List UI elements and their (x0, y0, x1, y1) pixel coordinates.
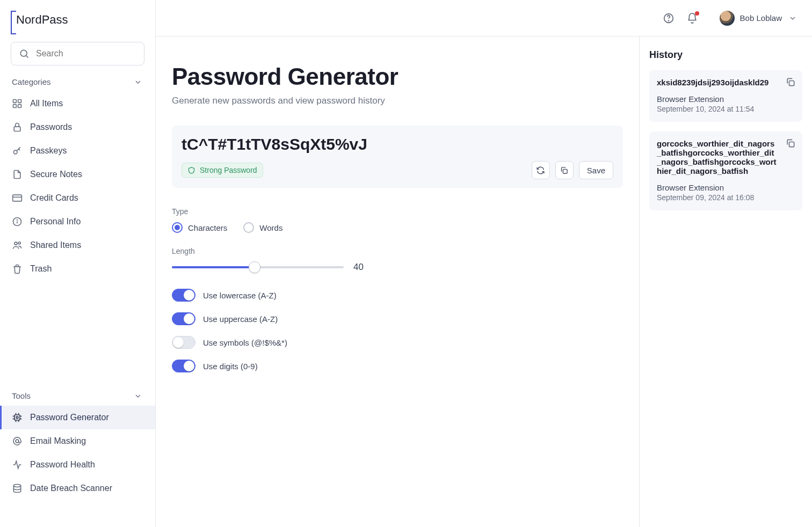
tools-header[interactable]: Tools (0, 391, 155, 400)
sidebar-item-label: Shared Items (30, 240, 81, 250)
sidebar-item-password-generator[interactable]: Password Generator (0, 406, 155, 429)
svg-rect-29 (563, 169, 568, 173)
length-label: Length (172, 247, 548, 255)
key-icon (12, 145, 23, 156)
sidebar-item-label: Credit Cards (30, 193, 78, 203)
svg-point-28 (668, 20, 669, 21)
svg-point-13 (15, 242, 17, 245)
copy-history-button[interactable] (785, 138, 796, 149)
history-panel: History xksid8239jdsij293oijdaskld29 Bro… (639, 36, 812, 527)
generated-password-card: tC^T#T1tTV8sSqXt5%vJ Strong Password (172, 126, 623, 188)
trash-icon (12, 264, 23, 274)
note-icon (12, 169, 23, 180)
sidebar-item-label: Personal Info (30, 217, 81, 226)
sidebar-item-trash[interactable]: Trash (0, 257, 155, 281)
copy-password-button[interactable] (555, 161, 574, 179)
radio-label: Characters (188, 223, 227, 232)
info-icon (12, 216, 23, 227)
app-name: NordPass (16, 13, 68, 27)
chevron-down-icon (133, 78, 143, 86)
history-item[interactable]: xksid8239jdsij293oijdaskld29 Browser Ext… (649, 70, 802, 122)
refresh-icon (536, 166, 545, 175)
page-title: Password Generator (172, 63, 623, 90)
sidebar-item-label: Passwords (30, 122, 72, 132)
history-item[interactable]: gorcocks_worthier_dit_nagors_batfishgorc… (649, 131, 802, 210)
sidebar-item-secure-notes[interactable]: Secure Notes (0, 163, 155, 186)
svg-rect-16 (16, 416, 18, 418)
svg-rect-5 (18, 105, 21, 108)
chip-icon (12, 412, 23, 423)
main-content: Password Generator Generate new password… (156, 36, 639, 527)
toggle-uppercase[interactable] (172, 312, 195, 325)
type-radio-words[interactable]: Words (243, 222, 282, 233)
sidebar-item-label: Email Masking (30, 436, 86, 446)
users-icon (12, 240, 23, 251)
sidebar-item-label: Password Health (30, 460, 95, 470)
svg-rect-2 (13, 100, 17, 103)
tools-header-label: Tools (12, 391, 31, 400)
copy-history-button[interactable] (785, 77, 796, 87)
app-logo[interactable]: NordPass (0, 0, 155, 42)
categories-header-label: Categories (12, 77, 51, 86)
shield-icon (187, 166, 195, 174)
password-strength-badge: Strong Password (182, 163, 263, 178)
svg-point-26 (13, 485, 20, 487)
toggle-lowercase[interactable] (172, 289, 195, 302)
lock-icon (12, 122, 23, 133)
sidebar-item-label: Passkeys (30, 146, 67, 156)
svg-point-0 (20, 50, 27, 56)
length-value: 40 (353, 262, 364, 273)
activity-icon (12, 459, 23, 470)
tools-nav: Password Generator Email Masking Passwor… (0, 400, 155, 506)
user-name: Bob Loblaw (740, 13, 782, 23)
sidebar-item-shared-items[interactable]: Shared Items (0, 233, 155, 257)
toggle-digits[interactable] (172, 360, 195, 372)
chevron-down-icon (787, 14, 798, 23)
type-label: Type (172, 207, 548, 216)
svg-point-12 (17, 219, 18, 220)
toggle-uppercase-label: Use uppercase (A-Z) (203, 314, 278, 324)
copy-icon (560, 166, 569, 175)
save-button[interactable]: Save (579, 161, 613, 179)
slider-thumb[interactable] (249, 261, 260, 273)
sidebar-item-date-breach-scanner[interactable]: Date Breach Scanner (0, 477, 155, 500)
length-slider[interactable] (172, 266, 344, 268)
sidebar-item-label: Date Breach Scanner (30, 484, 112, 493)
notifications-button[interactable] (686, 12, 698, 24)
categories-header[interactable]: Categories (0, 77, 155, 86)
sidebar-item-email-masking[interactable]: Email Masking (0, 429, 155, 453)
database-icon (12, 483, 23, 494)
grid-icon (12, 98, 23, 109)
sidebar-item-password-health[interactable]: Password Health (0, 453, 155, 477)
sidebar-item-passwords[interactable]: Passwords (0, 115, 155, 139)
sidebar-item-passkeys[interactable]: Passkeys (0, 139, 155, 163)
sidebar-item-all-items[interactable]: All Items (0, 92, 155, 115)
history-source: Browser Extension (657, 183, 795, 192)
sidebar-item-personal-info[interactable]: Personal Info (0, 210, 155, 233)
topbar: Bob Loblaw (156, 0, 812, 36)
search-input-wrap[interactable] (11, 42, 144, 65)
search-icon (19, 48, 30, 59)
type-radio-characters[interactable]: Characters (172, 222, 227, 233)
history-source: Browser Extension (657, 94, 795, 104)
svg-rect-30 (789, 81, 794, 86)
categories-nav: All Items Passwords Passkeys Secure Note… (0, 86, 155, 286)
chevron-down-icon (133, 392, 143, 400)
radio-label: Words (259, 223, 282, 232)
sidebar-item-label: All Items (30, 99, 63, 108)
toggle-lowercase-label: Use lowercase (A-Z) (203, 291, 277, 300)
type-radio-group: Characters Words (172, 222, 548, 233)
copy-icon (785, 138, 796, 149)
help-button[interactable] (663, 12, 675, 24)
regenerate-button[interactable] (532, 161, 550, 179)
help-icon (663, 12, 675, 24)
user-menu[interactable]: Bob Loblaw (720, 11, 798, 26)
strength-label: Strong Password (200, 166, 257, 174)
svg-point-25 (16, 440, 19, 443)
search-input[interactable] (35, 48, 144, 59)
svg-rect-4 (13, 105, 17, 108)
at-sign-icon (12, 436, 23, 447)
avatar (720, 11, 735, 26)
sidebar-item-credit-cards[interactable]: Credit Cards (0, 186, 155, 210)
toggle-symbols[interactable] (172, 336, 195, 349)
